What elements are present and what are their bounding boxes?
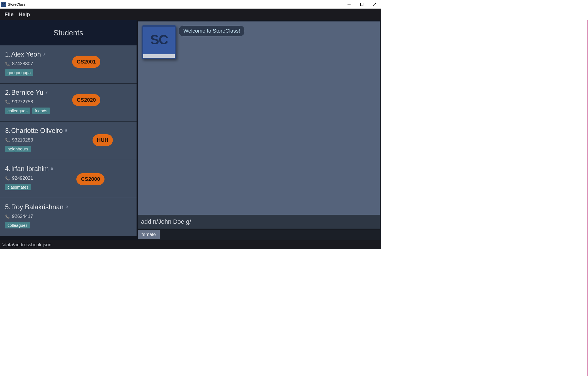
student-name: 2. Bernice Yu♀ [5, 89, 132, 96]
class-badge: CS2000 [76, 173, 105, 185]
app-logo-bar [143, 54, 175, 58]
student-card[interactable]: 4. Irfan Ibrahim♀📞92492021classmatesCS20… [0, 160, 137, 198]
close-button[interactable] [368, 0, 381, 8]
student-tags: googoogaga [5, 69, 132, 76]
phone-icon: 📞 [5, 100, 10, 104]
student-tags: classmates [5, 184, 132, 190]
menu-file[interactable]: File [4, 11, 14, 18]
app-logo: SC [142, 25, 176, 59]
class-badge: CS2001 [72, 56, 100, 68]
suggestion-item[interactable]: female [138, 230, 160, 239]
main-panel: SC Welcome to StoreClass! female [138, 21, 380, 240]
minimize-button[interactable] [342, 0, 355, 8]
student-card[interactable]: 1. Alex Yeoh♂📞87438807googoogagaCS2001 [0, 45, 137, 84]
app-logo-text: SC [150, 32, 168, 47]
male-icon: ♂ [42, 51, 46, 57]
tag: googoogaga [5, 69, 33, 76]
class-badge: HUH [93, 134, 113, 146]
maximize-button[interactable] [355, 0, 368, 8]
status-path: .\data\addressbook.json [1, 242, 52, 248]
student-card[interactable]: 5. Roy Balakrishnan♀📞92624417colleagues [0, 198, 137, 236]
female-icon: ♀ [65, 204, 69, 210]
student-phone: 📞92624417 [5, 214, 132, 219]
command-input[interactable] [141, 218, 376, 225]
menubar: File Help [0, 9, 381, 20]
student-card[interactable]: 3. Charlotte Oliveiro♀📞93210283neighbour… [0, 122, 137, 160]
student-phone: 📞92492021 [5, 176, 132, 181]
female-icon: ♀ [50, 165, 54, 172]
female-icon: ♀ [64, 127, 68, 134]
student-name: 4. Irfan Ibrahim♀ [5, 165, 132, 173]
tag: neighbours [5, 146, 31, 152]
tag: classmates [5, 184, 31, 190]
tag: friends [32, 108, 50, 114]
phone-icon: 📞 [5, 214, 10, 219]
statusbar: .\data\addressbook.json [0, 240, 381, 249]
titlebar: SC StoreClass [0, 0, 381, 9]
student-name: 5. Roy Balakrishnan♀ [5, 203, 132, 211]
message-area: SC Welcome to StoreClass! [138, 21, 380, 215]
student-tags: neighbours [5, 146, 132, 152]
svg-rect-1 [360, 3, 363, 6]
suggestion-row: female [138, 229, 380, 240]
phone-icon: 📞 [5, 62, 10, 66]
menu-help[interactable]: Help [19, 11, 30, 18]
student-name: 3. Charlotte Oliveiro♀ [5, 127, 132, 135]
welcome-message: Welcome to StoreClass! [179, 25, 245, 36]
student-card[interactable]: 2. Bernice Yu♀📞99272758colleaguesfriends… [0, 84, 137, 122]
female-icon: ♀ [45, 89, 49, 96]
student-name: 1. Alex Yeoh♂ [5, 50, 132, 58]
tag: colleagues [5, 222, 30, 228]
students-sidebar: Students 1. Alex Yeoh♂📞87438807googoogag… [0, 20, 137, 240]
student-phone: 📞87438807 [5, 61, 132, 67]
phone-icon: 📞 [5, 138, 10, 142]
phone-icon: 📞 [5, 176, 10, 181]
student-tags: colleaguesfriends [5, 108, 132, 114]
app-icon: SC [1, 2, 6, 7]
student-tags: colleagues [5, 222, 132, 228]
sidebar-header: Students [0, 20, 137, 45]
class-badge: CS2020 [72, 94, 100, 106]
window-title: StoreClass [8, 2, 26, 6]
student-phone: 📞99272758 [5, 99, 132, 105]
students-list[interactable]: 1. Alex Yeoh♂📞87438807googoogagaCS20012.… [0, 45, 137, 240]
command-row [138, 215, 380, 229]
tag: colleagues [5, 108, 30, 114]
